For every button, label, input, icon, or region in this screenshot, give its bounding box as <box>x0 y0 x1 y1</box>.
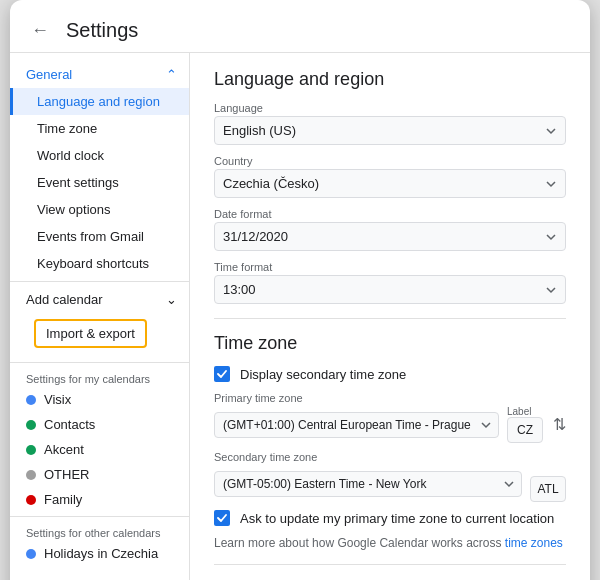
section-divider-1 <box>214 318 566 319</box>
swap-icon[interactable]: ⇅ <box>553 415 566 434</box>
date-format-label: Date format <box>214 208 566 220</box>
country-select[interactable]: Czechia (Česko) <box>214 169 566 198</box>
sidebar-item-world-clock[interactable]: World clock <box>10 142 189 169</box>
time-format-label: Time format <box>214 261 566 273</box>
sidebar-cal-visix[interactable]: Visix <box>10 387 189 412</box>
other-calendars-label: Settings for other calendars <box>10 521 189 541</box>
ask-update-checkbox[interactable] <box>214 510 230 526</box>
secondary-tz-label: Secondary time zone <box>214 451 566 463</box>
my-calendars-label: Settings for my calendars <box>10 367 189 387</box>
language-field: Language English (US) <box>214 102 566 145</box>
learn-more-row: Learn more about how Google Calendar wor… <box>214 536 566 550</box>
sidebar-item-keyboard-shortcuts[interactable]: Keyboard shortcuts <box>10 250 189 277</box>
sidebar-item-events-from-gmail[interactable]: Events from Gmail <box>10 223 189 250</box>
time-zone-title: Time zone <box>214 333 566 354</box>
sidebar-cal-family[interactable]: Family <box>10 487 189 512</box>
primary-tz-short[interactable]: CZ <box>507 417 543 443</box>
time-format-field: Time format 13:00 <box>214 261 566 304</box>
chevron-up-icon: ⌃ <box>166 67 177 82</box>
date-format-field: Date format 31/12/2020 <box>214 208 566 251</box>
primary-tz-row: (GMT+01:00) Central European Time - Prag… <box>214 406 566 443</box>
sidebar-divider-2 <box>10 362 189 363</box>
date-format-select[interactable]: 31/12/2020 <box>214 222 566 251</box>
cal-dot-contacts <box>26 420 36 430</box>
cal-dot-visix <box>26 395 36 405</box>
language-label: Language <box>214 102 566 114</box>
country-field: Country Czechia (Česko) <box>214 155 566 198</box>
cal-dot-other <box>26 470 36 480</box>
sidebar-divider-3 <box>10 516 189 517</box>
language-region-title: Language and region <box>214 69 566 90</box>
main-content: Language and region Language English (US… <box>190 53 590 580</box>
sidebar-cal-holidays[interactable]: Holidays in Czechia <box>10 541 189 566</box>
time-format-select[interactable]: 13:00 <box>214 275 566 304</box>
sidebar-item-language-region[interactable]: Language and region <box>10 88 189 115</box>
chevron-down-icon: ⌄ <box>166 292 177 307</box>
settings-header: ← Settings <box>10 0 590 53</box>
cal-dot-family <box>26 495 36 505</box>
page-title: Settings <box>66 19 138 42</box>
primary-tz-label: Primary time zone <box>214 392 566 404</box>
display-secondary-label: Display secondary time zone <box>240 367 406 382</box>
sidebar-cal-other[interactable]: OTHER <box>10 462 189 487</box>
sidebar-item-view-options[interactable]: View options <box>10 196 189 223</box>
secondary-tz-select[interactable]: (GMT-05:00) Eastern Time - New York <box>214 471 522 497</box>
sidebar-cal-contacts[interactable]: Contacts <box>10 412 189 437</box>
ask-update-tz-row: Ask to update my primary time zone to cu… <box>214 510 566 526</box>
sidebar-cal-akcent[interactable]: Akcent <box>10 437 189 462</box>
section-divider-2 <box>214 564 566 565</box>
display-secondary-tz-row: Display secondary time zone <box>214 366 566 382</box>
cal-dot-holidays <box>26 549 36 559</box>
secondary-tz-row: (GMT-05:00) Eastern Time - New York ATL <box>214 465 566 502</box>
sidebar-import-export[interactable]: Import & export <box>34 319 147 348</box>
sidebar-item-event-settings[interactable]: Event settings <box>10 169 189 196</box>
ask-update-label: Ask to update my primary time zone to cu… <box>240 511 554 526</box>
primary-tz-select[interactable]: (GMT+01:00) Central European Time - Prag… <box>214 412 499 438</box>
sidebar-divider-1 <box>10 281 189 282</box>
cal-dot-akcent <box>26 445 36 455</box>
sidebar-general-section[interactable]: General ⌃ <box>10 61 189 88</box>
back-button[interactable]: ← <box>26 16 54 44</box>
time-zones-link[interactable]: time zones <box>505 536 563 550</box>
display-secondary-checkbox[interactable] <box>214 366 230 382</box>
secondary-tz-short[interactable]: ATL <box>530 476 566 502</box>
sidebar: General ⌃ Language and region Time zone … <box>10 53 190 580</box>
sidebar-add-calendar[interactable]: Add calendar ⌄ <box>10 286 189 313</box>
sidebar-item-time-zone[interactable]: Time zone <box>10 115 189 142</box>
language-select[interactable]: English (US) <box>214 116 566 145</box>
label-col-header: Label <box>507 406 531 417</box>
country-label: Country <box>214 155 566 167</box>
